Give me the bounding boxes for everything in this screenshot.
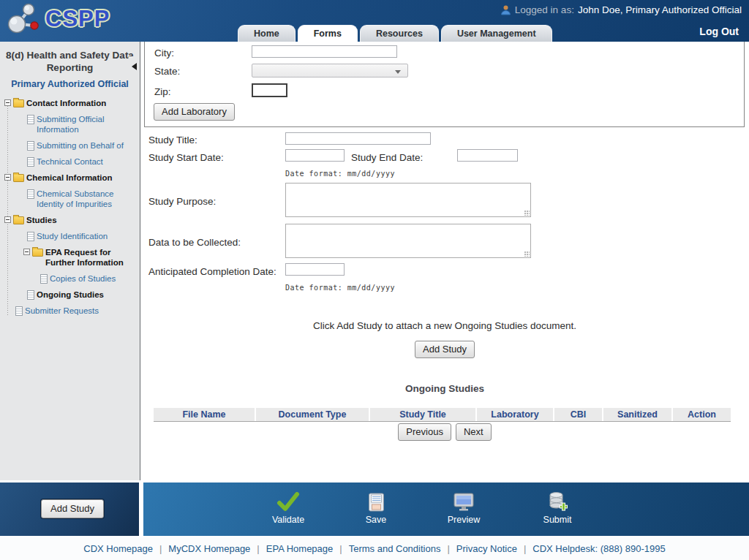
add-study-button[interactable]: Add Study (415, 341, 475, 358)
sidebar-item-technical-contact[interactable]: Technical Contact (25, 156, 140, 167)
footer-separator: | (257, 543, 259, 554)
laboratory-panel: City: State: Zip: Add Laboratory (144, 42, 745, 127)
log-out-link[interactable]: Log Out (699, 26, 739, 37)
footer-link-mycdx-homepage[interactable]: MyCDX Homepage (168, 543, 250, 554)
next-button[interactable]: Next (456, 423, 492, 441)
sidebar-item-label: Studies (26, 215, 57, 225)
toolbar-preview-button[interactable]: Preview (420, 490, 508, 525)
tab-forms[interactable]: Forms (298, 25, 358, 42)
footer-separator: | (524, 543, 526, 554)
study-start-date-input[interactable] (285, 149, 345, 162)
document-icon (27, 141, 34, 151)
footer-separator: | (159, 543, 162, 554)
footer-link-cdx-homepage[interactable]: CDX Homepage (83, 543, 153, 554)
document-icon (40, 274, 48, 284)
sidebar-item-label[interactable]: Submitting Official Information (37, 114, 138, 135)
login-status: Logged in as: John Doe, Primary Authoriz… (500, 4, 742, 15)
logged-in-user: John Doe, Primary Authorized Official (578, 4, 742, 15)
zip-input[interactable] (252, 83, 287, 97)
study-start-date-label: Study Start Date: (148, 152, 224, 163)
user-icon (500, 5, 511, 15)
bottom-add-study-button[interactable]: Add Study (41, 499, 104, 518)
sidebar-item-label[interactable]: Study Identification (37, 231, 108, 241)
top-header-bar: CSPP Logged in as: John Doe, Primary Aut… (0, 0, 749, 42)
pagination: PreviousNext (140, 423, 749, 441)
save-floppy-icon (332, 490, 420, 512)
bottom-bar-left: Add Study (0, 483, 139, 536)
sidebar-item-label: Chemical Information (26, 173, 113, 183)
sidebar-item-study-identification[interactable]: Study Identification (25, 231, 140, 241)
molecule-icon (6, 2, 41, 36)
tree-collapse-expander-icon[interactable] (4, 174, 11, 181)
sidebar-navigation: 8(d) Health and Safety Data Reporting Pr… (0, 42, 140, 480)
study-purpose-textarea[interactable] (285, 183, 531, 217)
main-content: City: State: Zip: Add Laboratory Study T… (140, 42, 749, 480)
sidebar-item-copies-of-studies[interactable]: Copies of Studies (38, 273, 140, 284)
document-icon (27, 157, 34, 167)
anticipated-completion-input[interactable] (285, 263, 345, 276)
footer-link-privacy-notice[interactable]: Privacy Notice (456, 543, 517, 554)
tree-collapse-expander-icon[interactable] (4, 216, 11, 223)
tree-collapse-expander-icon[interactable] (23, 249, 30, 255)
column-header-document-type: Document Type (256, 408, 369, 421)
document-icon (27, 189, 34, 199)
toolbar-validate-button[interactable]: Validate (244, 490, 332, 525)
tab-user-management[interactable]: User Management (441, 25, 552, 42)
preview-monitor-icon (420, 490, 508, 512)
document-icon (27, 290, 34, 300)
sidebar-item-label: Contact Information (26, 98, 106, 108)
footer-links: CDX Homepage|MyCDX Homepage|EPA Homepage… (0, 537, 749, 560)
data-collected-textarea[interactable] (285, 224, 531, 258)
collapse-left-arrow-icon (132, 63, 137, 70)
sidebar-item-studies: Studies (4, 215, 140, 225)
sidebar-item-contact-information: Contact Information (4, 98, 140, 108)
study-title-label: Study Title: (148, 135, 197, 145)
data-collected-textarea-wrap (285, 224, 531, 258)
state-select[interactable] (252, 64, 408, 77)
footer-link-terms-and-conditions[interactable]: Terms and Conditions (349, 543, 441, 554)
study-end-date-input[interactable] (457, 149, 518, 162)
column-header-action: Action (673, 408, 731, 421)
city-input[interactable] (252, 45, 397, 58)
sidebar-item-submitter-requests[interactable]: Submitter Requests (13, 306, 140, 316)
add-laboratory-button[interactable]: Add Laboratory (154, 103, 235, 121)
sidebar-item-submitting-on-behalf-of[interactable]: Submitting on Behalf of (25, 140, 140, 151)
sidebar-item-epa-request-for-further-information: EPA Request for Further Information (23, 247, 140, 268)
study-purpose-label: Study Purpose: (148, 196, 216, 207)
sidebar-item-label[interactable]: Chemical Substance Identity of Impuritie… (37, 189, 138, 209)
sidebar-item-label[interactable]: Submitting on Behalf of (37, 140, 124, 151)
footer-separator: | (447, 543, 449, 554)
validate-check-icon (244, 490, 332, 512)
footer-link-cdx-helpdesk-888-890-1995[interactable]: CDX Helpdesk: (888) 890-1995 (532, 543, 665, 554)
study-purpose-textarea-wrap (285, 183, 531, 217)
tab-home[interactable]: Home (238, 25, 296, 42)
date-format-note: Date format: mm/dd/yyyy (285, 170, 395, 178)
column-header-study-title: Study Title (370, 408, 475, 421)
ongoing-studies-table-header: File NameDocument TypeStudy TitleLaborat… (154, 408, 731, 422)
previous-button[interactable]: Previous (398, 423, 451, 441)
data-collected-label: Data to be Collected: (148, 237, 241, 248)
footer-link-epa-homepage[interactable]: EPA Homepage (266, 543, 334, 554)
zip-label: Zip: (154, 86, 171, 97)
bottom-toolbar: ValidateSavePreviewSubmit (143, 483, 749, 536)
toolbar-submit-button[interactable]: Submit (513, 490, 601, 525)
sidebar-item-label[interactable]: Submitter Requests (25, 306, 99, 316)
folder-icon (13, 174, 24, 182)
column-header-laboratory: Laboratory (477, 408, 553, 421)
page: CSPP Logged in as: John Doe, Primary Aut… (0, 0, 749, 560)
sidebar-item-label[interactable]: Copies of Studies (50, 273, 116, 284)
sidebar-item-label[interactable]: Technical Contact (37, 156, 103, 167)
toolbar-actions: ValidateSavePreviewSubmit (143, 490, 601, 525)
sidebar-item-chemical-substance-identity-of-impurities[interactable]: Chemical Substance Identity of Impuritie… (25, 189, 140, 209)
toolbar-save-button[interactable]: Save (332, 490, 420, 525)
add-study-instruction: Click Add Study to attach a new Ongoing … (140, 320, 749, 331)
tree-collapse-expander-icon[interactable] (4, 99, 11, 106)
sidebar-form-title: 8(d) Health and Safety Data Reporting (6, 49, 134, 74)
document-icon (27, 115, 34, 124)
sidebar-item-submitting-official-information[interactable]: Submitting Official Information (25, 114, 140, 135)
tab-strip: HomeFormsResourcesUser Management (238, 25, 554, 42)
sidebar-item-label: Ongoing Studies (37, 290, 104, 300)
sidebar-collapse-handle[interactable] (129, 56, 140, 77)
tab-resources[interactable]: Resources (360, 25, 439, 42)
study-title-input[interactable] (285, 132, 431, 145)
